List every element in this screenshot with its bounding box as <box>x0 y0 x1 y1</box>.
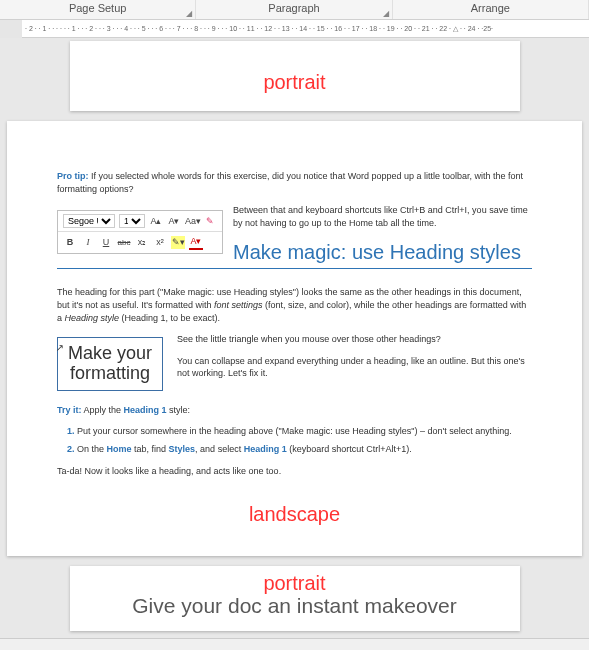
italic-icon[interactable]: I <box>81 236 95 249</box>
ribbon-group-label: Arrange <box>471 2 510 14</box>
dialog-launcher-icon[interactable]: ◢ <box>383 9 389 18</box>
heading-makeover[interactable]: Give your doc an instant makeover <box>70 594 520 618</box>
superscript-icon[interactable]: x² <box>153 236 167 249</box>
highlight-icon[interactable]: ✎▾ <box>171 236 185 249</box>
strike-icon[interactable]: abc <box>117 237 131 248</box>
font-size-select[interactable]: 11 <box>119 214 145 228</box>
font-family-select[interactable]: Segoe UI <box>63 214 115 228</box>
orientation-overlay-portrait: portrait <box>263 71 325 94</box>
ribbon-group-label: Paragraph <box>268 2 319 14</box>
toolbar-row-2: B I U abc x₂ x² ✎▾ A▾ <box>58 232 222 253</box>
bold-icon[interactable]: B <box>63 236 77 249</box>
make-your-formatting-box: Make your formatting <box>57 337 163 391</box>
document-workspace: portrait Pro tip: If you selected whole … <box>0 38 589 650</box>
heading1-link: Heading 1 <box>244 444 287 454</box>
try-it-paragraph: Try it: Apply the Heading 1 style: <box>57 404 532 417</box>
format-box-line1: Make your <box>68 344 152 364</box>
pro-tip-label: Pro tip: <box>57 171 89 181</box>
subscript-icon[interactable]: x₂ <box>135 236 149 249</box>
tada-paragraph: Ta-da! Now it looks like a heading, and … <box>57 465 532 478</box>
step-1: Put your cursor somewhere in the heading… <box>77 425 532 438</box>
orientation-overlay-landscape: landscape <box>249 503 340 526</box>
heading-1-link: Heading 1 <box>124 405 167 415</box>
ruler-margin <box>0 20 22 38</box>
try-it-label: Try it: <box>57 405 82 415</box>
toolbar-row-1: Segoe UI 11 A▴ A▾ Aa▾ ✎ <box>58 211 222 232</box>
steps-list: Put your cursor somewhere in the heading… <box>77 425 532 455</box>
change-case-icon[interactable]: Aa▾ <box>185 215 199 228</box>
pro-tip-text: If you selected whole words for this exe… <box>57 171 523 194</box>
styles-link: Styles <box>169 444 196 454</box>
status-bar[interactable] <box>0 638 589 650</box>
ribbon-area: Page Setup ◢ Paragraph ◢ Arrange <box>0 0 589 20</box>
shrink-font-icon[interactable]: A▾ <box>167 215 181 228</box>
ribbon-group-page-setup[interactable]: Page Setup ◢ <box>0 0 196 19</box>
font-color-icon[interactable]: A▾ <box>189 235 203 250</box>
format-box-line2: formatting <box>68 364 152 384</box>
page-1-portrait[interactable]: portrait <box>70 41 520 111</box>
dialog-launcher-icon[interactable]: ◢ <box>186 9 192 18</box>
step-2: On the Home tab, find Styles, and select… <box>77 443 532 456</box>
underline-icon[interactable]: U <box>99 236 113 249</box>
format-painter-icon[interactable]: ✎ <box>203 215 217 228</box>
heading-explain-paragraph: The heading for this part ("Make magic: … <box>57 286 532 324</box>
grow-font-icon[interactable]: A▴ <box>149 215 163 228</box>
page-3-portrait[interactable]: portrait Give your doc an instant makeov… <box>70 566 520 631</box>
orientation-overlay-portrait-2: portrait <box>263 572 325 595</box>
ribbon-group-label: Page Setup <box>69 2 127 14</box>
horizontal-ruler[interactable]: · 2 · · 1 · · · · · · 1 · · · 2 · · · 3 … <box>0 20 589 38</box>
ruler-marks: · 2 · · 1 · · · · · · 1 · · · 2 · · · 3 … <box>25 25 493 33</box>
page-2-landscape[interactable]: Pro tip: If you selected whole words for… <box>7 121 582 556</box>
pro-tip-paragraph: Pro tip: If you selected whole words for… <box>57 170 532 195</box>
ribbon-group-arrange[interactable]: Arrange <box>393 0 589 19</box>
mini-format-toolbar[interactable]: Segoe UI 11 A▴ A▾ Aa▾ ✎ B I U abc x₂ x² … <box>57 210 223 254</box>
home-tab-link: Home <box>107 444 132 454</box>
document-content[interactable]: Pro tip: If you selected whole words for… <box>57 170 532 477</box>
ribbon-group-paragraph[interactable]: Paragraph ◢ <box>196 0 392 19</box>
